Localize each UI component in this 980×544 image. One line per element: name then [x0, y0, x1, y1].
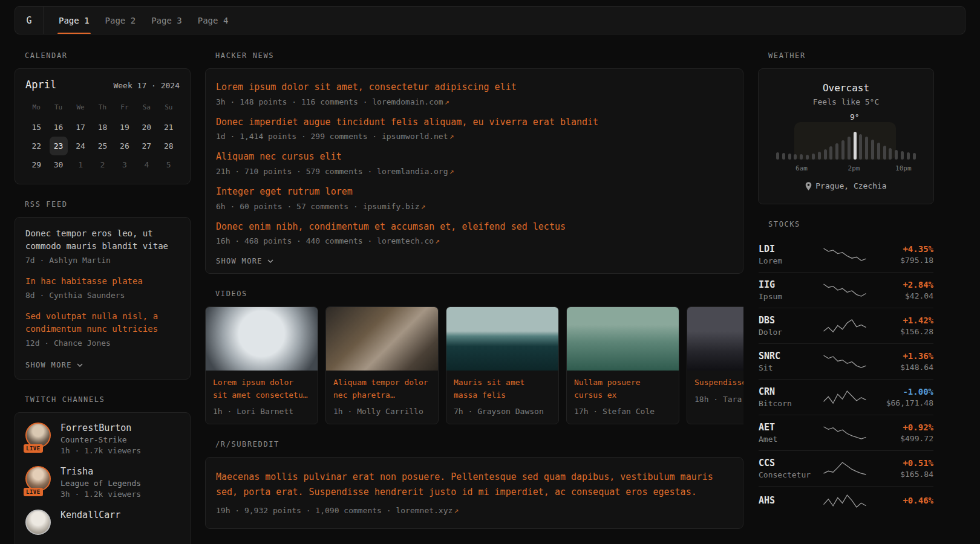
hn-story-link[interactable]: Aliquam nec cursus elit [216, 150, 733, 164]
stock-row[interactable]: AET Amet +0.92% $499.72 [759, 415, 933, 450]
stock-name: Amet [759, 435, 814, 444]
weather-widget: WEATHER Overcast Feels like 5°C 9° 6am 2… [758, 51, 934, 204]
temp-bar [806, 155, 809, 160]
hn-source-link[interactable]: ipsumify.biz↗ [363, 202, 426, 211]
hn-story-link[interactable]: Integer eget rutrum lorem [216, 185, 733, 199]
hn-source-link[interactable]: ipsumworld.net↗ [382, 132, 454, 141]
channel-name: ForrestBurton [60, 423, 141, 433]
external-link-icon: ↗ [449, 167, 454, 176]
hn-source-link[interactable]: loremlandia.org↗ [377, 167, 454, 176]
videos-row: Lorem ipsum dolor sit amet consectetu… 1… [205, 306, 743, 424]
stock-symbol: SNRC [759, 351, 814, 361]
rss-item-link[interactable]: Sed volutpat nulla nisl, a condimentum n… [25, 310, 180, 335]
hn-story-meta: 3h · 148 points · 116 comments · [216, 97, 372, 106]
temp-bar [883, 146, 886, 160]
stock-row[interactable]: AHS +0.46% [759, 486, 933, 516]
video-meta: 1h · Lori Barnett [206, 401, 318, 424]
calendar-month: April [25, 79, 56, 91]
calendar-day: 22 [27, 137, 45, 155]
subreddit-widget: /R/SUBREDDIT Maecenas mollis pulvinar er… [205, 440, 743, 529]
video-title: Suspendisse diam [687, 371, 743, 389]
stock-row[interactable]: IIG Ipsum +2.84% $42.04 [759, 272, 933, 308]
hn-source-link[interactable]: loremtech.co↗ [377, 236, 440, 245]
channel-game: Counter-Strike [60, 435, 141, 444]
twitch-section-title: TWITCH CHANNELS [15, 395, 191, 404]
hn-story-meta: 1d · 1,414 points · 299 comments · [216, 132, 382, 141]
time-label: 2pm [848, 164, 860, 172]
video-title: Lorem ipsum dolor sit amet consectetu… [206, 371, 318, 401]
rss-show-more-button[interactable]: SHOW MORE [25, 361, 83, 369]
temp-bar [848, 137, 851, 160]
video-card[interactable]: Suspendisse diam 18h · Tara [687, 306, 743, 424]
external-link-icon: ↗ [435, 236, 440, 245]
calendar-day-other-month: 4 [137, 155, 155, 174]
video-thumbnail [567, 307, 679, 371]
time-label: 10pm [895, 164, 912, 172]
tab-page-4[interactable]: Page 4 [197, 7, 230, 34]
calendar-day: 25 [93, 137, 111, 155]
stock-row[interactable]: LDI Lorem +4.35% $795.18 [759, 237, 933, 272]
rss-item-link[interactable]: Donec tempor eros leo, ut commodo mauris… [25, 227, 180, 253]
calendar-day: 26 [116, 137, 134, 155]
tab-page-2[interactable]: Page 2 [104, 7, 137, 34]
weekday-label: Th [91, 100, 113, 114]
videos-widget: VIDEOS Lorem ipsum dolor sit amet consec… [205, 290, 743, 424]
twitch-channel-row[interactable]: KendallCarr [25, 510, 180, 536]
weekday-label: Mo [25, 100, 47, 114]
weekday-label: We [70, 100, 91, 114]
stock-sparkline [819, 354, 871, 369]
video-thumbnail [206, 307, 318, 371]
calendar-day-other-month: 3 [116, 155, 134, 174]
stock-row[interactable]: DBS Dolor +1.42% $156.28 [759, 308, 933, 343]
channel-meta: 1h · 1.7k viewers [60, 446, 141, 455]
rss-widget: RSS FEED Donec tempor eros leo, ut commo… [15, 200, 191, 380]
external-link-icon: ↗ [449, 132, 454, 141]
stock-row[interactable]: CRN Bitcorn -1.00% $66,171.48 [759, 379, 933, 415]
rss-item-meta: 8d · Cynthia Saunders [25, 290, 180, 301]
temp-bar [841, 140, 844, 160]
temp-bar [835, 143, 838, 160]
temp-bar [895, 150, 898, 160]
stock-row[interactable]: CCS Consectetur +0.51% $165.84 [759, 450, 933, 486]
temp-bar [877, 143, 880, 160]
stock-change: +2.84% [875, 280, 933, 290]
tab-page-1[interactable]: Page 1 [57, 7, 91, 34]
hn-source-link[interactable]: loremdomain.com↗ [372, 97, 449, 106]
app-logo[interactable]: G [15, 7, 44, 34]
temp-bar [800, 154, 803, 160]
external-link-icon: ↗ [421, 202, 426, 211]
weather-condition: Overcast [768, 82, 924, 94]
video-card[interactable]: Mauris sit amet massa felis 7h · Grayson… [446, 306, 559, 424]
video-meta: 7h · Grayson Dawson [446, 401, 558, 424]
center-column: HACKER NEWS Lorem ipsum dolor sit amet, … [205, 45, 743, 544]
video-card[interactable]: Lorem ipsum dolor sit amet consectetu… 1… [205, 306, 318, 424]
hn-show-more-button[interactable]: SHOW MORE [216, 257, 273, 265]
subreddit-post-link[interactable]: Maecenas mollis pulvinar erat non posuer… [216, 470, 733, 500]
subreddit-source-link[interactable]: loremnet.xyz↗ [396, 506, 459, 515]
external-link-icon: ↗ [445, 97, 449, 106]
twitch-card: LIVE ForrestBurton Counter-Strike 1h · 1… [15, 412, 191, 544]
video-title: Nullam posuere cursus ex [567, 371, 679, 401]
calendar-card: April Week 17 · 2024 Mo Tu We Th Fr Sa S… [15, 68, 191, 184]
video-card[interactable]: Aliquam tempor dolor nec pharetra… 1h · … [325, 306, 439, 424]
hn-story-link[interactable]: Lorem ipsum dolor sit amet, consectetur … [216, 80, 733, 94]
hn-story: Integer eget rutrum lorem 6h · 60 points… [216, 185, 733, 212]
video-card[interactable]: Nullam posuere cursus ex 17h · Stefan Co… [566, 306, 679, 424]
stock-price: $499.72 [875, 434, 933, 443]
hn-story-link[interactable]: Donec imperdiet augue tincidunt felis al… [216, 115, 733, 129]
temp-bar [782, 153, 785, 160]
twitch-channel-row[interactable]: LIVE ForrestBurton Counter-Strike 1h · 1… [25, 423, 180, 455]
temp-bar [859, 134, 862, 160]
twitch-channel-row[interactable]: LIVE Trisha League of Legends 3h · 1.2k … [25, 466, 180, 499]
stock-change: +0.92% [875, 423, 933, 432]
calendar-day: 30 [50, 155, 68, 174]
tab-page-3[interactable]: Page 3 [150, 7, 183, 34]
weekday-label: Su [158, 100, 180, 114]
video-meta: 1h · Molly Carrillo [326, 401, 438, 424]
hn-story-link[interactable]: Donec enim nibh, condimentum et accumsan… [216, 220, 733, 234]
stock-name: Bitcorn [759, 399, 814, 408]
stock-row[interactable]: SNRC Sit +1.36% $148.64 [759, 343, 933, 379]
rss-item-link[interactable]: In hac habitasse platea [25, 275, 180, 288]
calendar-day-other-month: 2 [93, 155, 111, 174]
stock-symbol: DBS [759, 315, 814, 326]
